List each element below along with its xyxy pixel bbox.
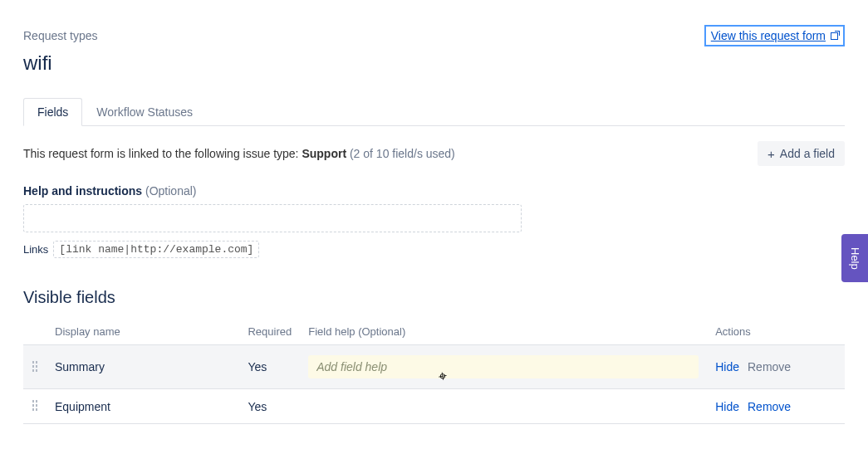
col-actions: Actions xyxy=(707,319,845,345)
col-field-help: Field help (Optional) xyxy=(300,319,707,345)
view-request-form-label: View this request form xyxy=(711,29,826,42)
help-instructions-optional: (Optional) xyxy=(145,184,196,198)
help-instructions-input[interactable] xyxy=(23,204,522,232)
drag-handle-icon[interactable] xyxy=(32,399,38,411)
add-field-button[interactable]: + Add a field xyxy=(758,141,845,166)
page-title: wifi xyxy=(23,51,845,75)
col-display-name: Display name xyxy=(47,319,239,345)
external-link-icon xyxy=(831,32,838,40)
help-side-tab[interactable]: Help xyxy=(841,234,868,282)
field-required: Yes xyxy=(239,389,300,424)
table-row: SummaryYesHideRemove xyxy=(23,345,845,389)
help-instructions-bold: Help and instructions xyxy=(23,184,142,198)
help-instructions-label: Help and instructions (Optional) xyxy=(23,184,845,198)
col-drag xyxy=(23,319,47,345)
tab-workflow-statuses[interactable]: Workflow Statuses xyxy=(82,98,207,126)
visible-fields-title: Visible fields xyxy=(23,288,845,307)
tabs: Fields Workflow Statuses xyxy=(23,98,845,126)
view-request-form-link[interactable]: View this request form xyxy=(704,25,845,46)
col-required: Required xyxy=(239,319,300,345)
links-label: Links xyxy=(23,243,48,256)
links-placeholder-chip[interactable]: [link name|http://example.com] xyxy=(53,241,259,258)
field-name: Equipment xyxy=(47,389,239,424)
remove-action[interactable]: Remove xyxy=(748,400,791,413)
linked-issue-type-text: This request form is linked to the follo… xyxy=(23,147,455,160)
visible-fields-table: Display name Required Field help (Option… xyxy=(23,319,845,424)
remove-action[interactable]: Remove xyxy=(748,360,791,373)
hide-action[interactable]: Hide xyxy=(715,400,739,413)
tab-fields[interactable]: Fields xyxy=(23,98,82,126)
add-field-label: Add a field xyxy=(780,147,835,160)
hide-action[interactable]: Hide xyxy=(715,360,739,373)
field-name: Summary xyxy=(47,345,239,389)
field-help-input[interactable] xyxy=(308,355,699,378)
linked-issue-type: Support xyxy=(302,147,346,160)
fields-used-count: (2 of 10 field/s used) xyxy=(350,147,455,160)
breadcrumb[interactable]: Request types xyxy=(23,29,98,42)
table-row: EquipmentYesHideRemove xyxy=(23,389,845,424)
field-required: Yes xyxy=(239,345,300,389)
plus-icon: + xyxy=(767,148,775,160)
linked-prefix: This request form is linked to the follo… xyxy=(23,147,302,160)
drag-handle-icon[interactable] xyxy=(32,360,38,372)
